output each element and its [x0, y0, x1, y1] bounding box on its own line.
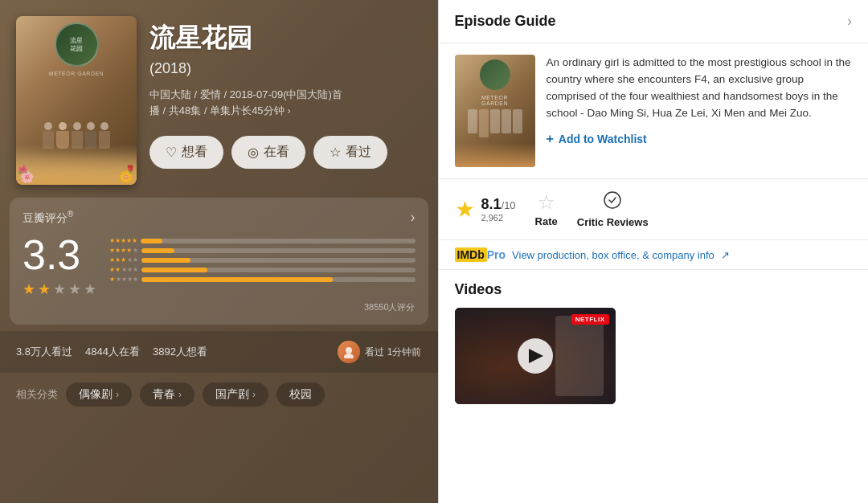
rating-stars: ★ ★ ★ ★ ★ [23, 280, 96, 298]
videos-title: Videos [455, 281, 853, 298]
want-count: 3892人想看 [153, 345, 207, 359]
critic-icon [603, 190, 622, 215]
star-5-icon: ★ [84, 280, 96, 298]
avatar-group: 看过 1分钟前 [338, 341, 421, 363]
top-section: 流星花园 [0, 0, 438, 198]
bar-row-1: ★★★★★ [109, 276, 416, 283]
svg-point-1 [344, 354, 354, 358]
episode-guide-title: Episode Guide [455, 13, 556, 30]
bar-row-4: ★★★★★ [109, 247, 416, 254]
imdb-score-display: 8.1/10 [481, 196, 516, 213]
imdb-score: 8.1 [481, 196, 502, 212]
critic-reviews-button[interactable]: Critic Reviews [577, 190, 649, 228]
right-panel: Episode Guide › METEORGARDEN An ordinary… [439, 0, 869, 503]
tag-domestic[interactable]: 国产剧 › [203, 382, 268, 407]
watched-count: 3.8万人看过 [16, 345, 72, 359]
rating-count: 38550人评分 [23, 301, 416, 313]
meta-more-icon[interactable]: › [287, 104, 290, 117]
episode-guide-header[interactable]: Episode Guide › [439, 0, 869, 43]
rate-button[interactable]: ☆ Rate [535, 191, 558, 227]
tag-arrow-icon-2: › [178, 389, 182, 400]
show-info: 流星花园 (2018) 中国大陆 / 爱情 / 2018-07-09(中国大陆)… [149, 16, 422, 169]
action-buttons: ♡ 想看 ◎ 在看 ☆ 看过 [149, 136, 422, 169]
show-poster: 流星花园 [16, 16, 137, 185]
watched-button[interactable]: ☆ 看过 [313, 136, 387, 169]
imdb-rating: ★ 8.1/10 2,962 [455, 196, 516, 223]
videos-section: Videos NETFLIX [439, 270, 869, 404]
imdbpro-badge: IMDbPro [455, 248, 506, 261]
watching-count: 4844人在看 [85, 345, 140, 359]
plus-icon: + [547, 132, 554, 146]
show-description-section: METEORGARDEN An ordinary girl is admitte… [439, 43, 869, 179]
rating-header: 豆瓣评分® › [23, 209, 416, 226]
avatar-action-text: 看过 1分钟前 [365, 346, 421, 359]
critic-reviews-label: Critic Reviews [577, 216, 649, 228]
imdb-votes: 2,962 [481, 213, 516, 223]
episode-guide-arrow-icon[interactable]: › [847, 13, 852, 30]
star-outline-icon: ☆ [330, 145, 341, 160]
tags-row: 相关分类 偶像剧 › 青春 › 国产剧 › 校园 [0, 373, 438, 416]
big-rating: 3.3 [23, 234, 96, 276]
show-meta: 中国大陆 / 爱情 / 2018-07-09(中国大陆)首 播 / 共48集 /… [149, 87, 422, 118]
big-rating-block: 3.3 ★ ★ ★ ★ ★ [23, 234, 96, 298]
heart-icon: ♡ [166, 145, 177, 160]
imdb-score-block: 8.1/10 2,962 [481, 196, 516, 223]
watching-icon: ◎ [248, 145, 259, 160]
tag-campus[interactable]: 校园 [276, 382, 325, 407]
show-thumbnail: METEORGARDEN [455, 55, 535, 167]
rating-label: 豆瓣评分® [23, 210, 73, 226]
rate-star-icon: ☆ [538, 191, 555, 214]
bar-row-2: ★★★★★ [109, 266, 416, 273]
user-avatar [338, 341, 360, 363]
description-text: An ordinary girl is admitted to the most… [547, 55, 853, 122]
tag-label: 相关分类 [16, 387, 58, 402]
external-link-icon: ↗ [721, 249, 730, 261]
tag-arrow-icon: › [116, 389, 119, 400]
show-year: (2018) [149, 60, 422, 77]
svg-point-0 [346, 347, 352, 354]
rate-label: Rate [535, 215, 558, 227]
imdb-star-icon: ★ [455, 196, 475, 223]
imdbpro-row: IMDbPro View production, box office, & c… [439, 240, 869, 270]
tag-idol-drama[interactable]: 偶像剧 › [66, 382, 132, 407]
bar-row-5: ★★★★★ [109, 237, 416, 244]
show-description: An ordinary girl is admitted to the most… [547, 55, 853, 167]
watching-button[interactable]: ◎ 在看 [231, 136, 305, 169]
rating-bars: ★★★★★ ★★★★★ ★★★★★ [109, 237, 416, 283]
show-title: 流星花园 [149, 24, 422, 52]
rating-section: 豆瓣评分® › 3.3 ★ ★ ★ ★ ★ ★★★★★ [10, 198, 428, 325]
star-1-icon: ★ [23, 280, 35, 298]
stats-row: 3.8万人看过 4844人在看 3892人想看 看过 1分钟前 [0, 331, 438, 373]
add-watchlist-button[interactable]: + Add to Watchlist [547, 132, 853, 146]
tag-youth[interactable]: 青春 › [140, 382, 194, 407]
star-3-icon: ★ [53, 280, 66, 298]
star-2-icon: ★ [38, 280, 51, 298]
want-to-watch-button[interactable]: ♡ 想看 [149, 136, 223, 169]
rating-more-arrow[interactable]: › [411, 209, 416, 226]
star-4-icon: ★ [68, 280, 81, 298]
left-panel: 流星花园 [0, 0, 438, 503]
bar-row-3: ★★★★★ [109, 256, 416, 264]
netflix-badge: NETFLIX [571, 314, 609, 325]
imdb-score-suffix: /10 [502, 199, 516, 211]
imdbpro-link[interactable]: View production, box office, & company i… [512, 249, 714, 261]
play-triangle-icon [529, 349, 543, 363]
rating-content: 3.3 ★ ★ ★ ★ ★ ★★★★★ ★★ [23, 234, 416, 298]
play-button[interactable] [518, 338, 553, 374]
tag-arrow-icon-3: › [252, 389, 256, 400]
video-thumbnail[interactable]: NETFLIX [455, 308, 616, 404]
svg-point-2 [604, 192, 620, 208]
imdb-rating-row: ★ 8.1/10 2,962 ☆ Rate Critic Reviews [439, 179, 869, 240]
